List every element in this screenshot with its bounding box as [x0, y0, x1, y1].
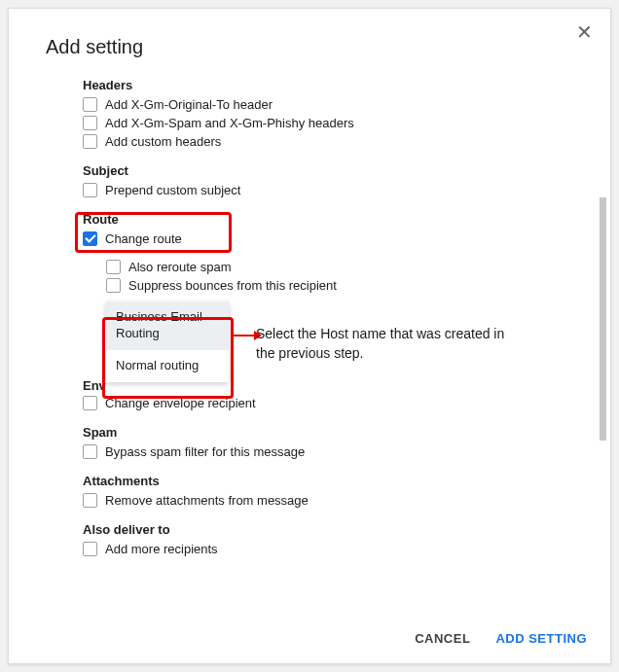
dialog-footer: CANCEL ADD SETTING [415, 631, 587, 646]
section-headers-label: Headers [83, 78, 583, 92]
section-envelope-label: Env [83, 378, 583, 393]
checkbox-x-gm-original[interactable] [83, 97, 97, 112]
label-x-gm-spam: Add X-Gm-Spam and X-Gm-Phishy headers [105, 116, 354, 130]
dialog-title: Add setting [46, 36, 583, 58]
route-dropdown[interactable]: Business Email Routing Normal routing [106, 301, 229, 382]
checkbox-change-route[interactable] [83, 231, 97, 246]
label-suppress-bounces: Suppress bounces from this recipient [128, 278, 337, 293]
section-route-label: Route [83, 212, 583, 227]
section-spam-label: Spam [83, 425, 583, 440]
label-custom-headers: Add custom headers [105, 134, 221, 149]
checkbox-row-x-gm-original[interactable]: Add X-Gm-Original-To header [83, 96, 583, 113]
checkbox-row-reroute-spam[interactable]: Also reroute spam [106, 259, 583, 275]
checkbox-row-bypass-spam[interactable]: Bypass spam filter for this message [83, 443, 583, 460]
checkbox-bypass-spam[interactable] [83, 444, 97, 459]
label-bypass-spam: Bypass spam filter for this message [105, 444, 305, 459]
checkbox-row-suppress-bounces[interactable]: Suppress bounces from this recipient [106, 277, 583, 294]
label-x-gm-original: Add X-Gm-Original-To header [105, 97, 273, 112]
add-setting-dialog: ✕ Add setting Headers Add X-Gm-Original-… [8, 8, 611, 664]
add-setting-button[interactable]: ADD SETTING [495, 631, 587, 646]
checkbox-suppress-bounces[interactable] [106, 278, 121, 293]
annotation-text: Select the Host name that was created in… [256, 325, 509, 363]
checkbox-row-x-gm-spam[interactable]: Add X-Gm-Spam and X-Gm-Phishy headers [83, 115, 583, 131]
label-change-route: Change route [105, 231, 182, 246]
checkbox-change-envelope[interactable] [83, 396, 97, 410]
checkbox-prepend-subject[interactable] [83, 183, 97, 197]
checkbox-row-add-recipients[interactable]: Add more recipients [83, 541, 583, 557]
section-attachments-label: Attachments [83, 474, 583, 488]
dropdown-option-business-email[interactable]: Business Email Routing [106, 301, 229, 350]
dialog-content: Headers Add X-Gm-Original-To header Add … [83, 78, 583, 557]
checkbox-row-custom-headers[interactable]: Add custom headers [83, 133, 583, 150]
checkbox-row-remove-attachments[interactable]: Remove attachments from message [83, 492, 583, 509]
checkbox-remove-attachments[interactable] [83, 493, 97, 508]
checkbox-add-recipients[interactable] [83, 542, 97, 556]
checkbox-custom-headers[interactable] [83, 134, 97, 149]
close-icon[interactable]: ✕ [576, 22, 593, 42]
label-change-envelope: Change envelope recipient [105, 396, 256, 410]
label-add-recipients: Add more recipients [105, 542, 218, 556]
checkbox-row-prepend-subject[interactable]: Prepend custom subject [83, 182, 583, 198]
checkbox-reroute-spam[interactable] [106, 260, 121, 274]
checkbox-x-gm-spam[interactable] [83, 116, 97, 130]
label-prepend-subject: Prepend custom subject [105, 183, 240, 197]
label-remove-attachments: Remove attachments from message [105, 493, 309, 508]
cancel-button[interactable]: CANCEL [415, 631, 470, 646]
label-reroute-spam: Also reroute spam [128, 260, 232, 274]
section-also-deliver-label: Also deliver to [83, 522, 583, 537]
checkbox-row-change-route[interactable]: Change route [83, 230, 583, 247]
section-subject-label: Subject [83, 163, 583, 178]
checkbox-row-change-envelope[interactable]: Change envelope recipient [83, 395, 583, 411]
scrollbar-thumb[interactable] [600, 197, 606, 441]
